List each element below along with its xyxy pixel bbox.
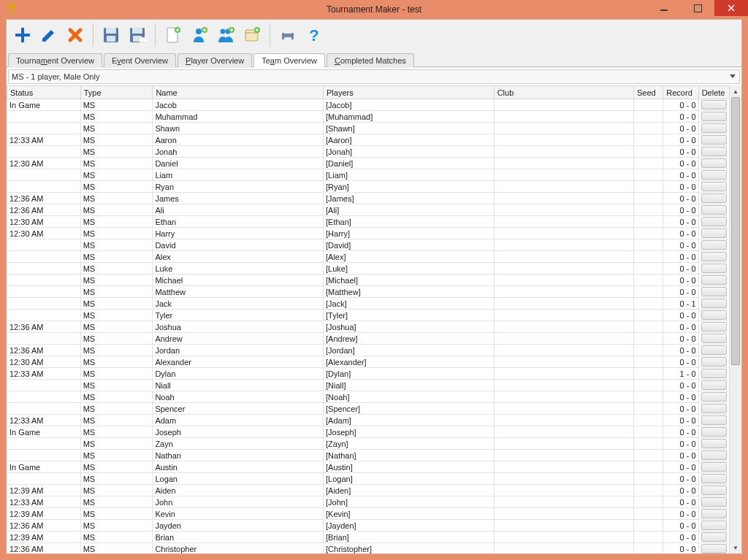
- table-row[interactable]: MSJack[Jack]0 - 1: [7, 298, 730, 310]
- delete-row-button[interactable]: [701, 474, 727, 483]
- delete-row-button[interactable]: [701, 100, 727, 110]
- delete-row-button[interactable]: [701, 334, 727, 343]
- table-row[interactable]: 12:30 AMMSDaniel[Daniel]0 - 0: [7, 158, 730, 169]
- table-row[interactable]: MSSpencer[Spencer]0 - 0: [7, 403, 730, 415]
- table-row[interactable]: MSLuke[Luke]0 - 0: [7, 263, 730, 275]
- delete-row-button[interactable]: [701, 275, 727, 285]
- table-row[interactable]: 12:33 AMMSDylan[Dylan]1 - 0: [7, 368, 730, 380]
- tab-event-overview[interactable]: Event Overview: [104, 53, 176, 67]
- print-button[interactable]: [276, 23, 299, 47]
- table-row[interactable]: 12:33 AMMSAdam[Adam]0 - 0: [7, 415, 730, 426]
- delete-row-button[interactable]: [701, 532, 727, 542]
- table-row[interactable]: MSRyan[Ryan]0 - 0: [7, 181, 730, 193]
- add-player-button[interactable]: [188, 23, 211, 47]
- table-row[interactable]: MSNiall[Niall]0 - 0: [7, 380, 730, 391]
- table-row[interactable]: 12:36 AMMSJordan[Jordan]0 - 0: [7, 345, 730, 356]
- delete-row-button[interactable]: [701, 205, 727, 215]
- tab-team-overview[interactable]: Team Overview: [253, 53, 325, 67]
- maximize-button[interactable]: [681, 0, 714, 16]
- table-row[interactable]: In GameMSJoseph[Joseph]0 - 0: [7, 426, 730, 438]
- table-row[interactable]: MSNoah[Noah]0 - 0: [7, 391, 730, 403]
- edit-button[interactable]: [37, 23, 61, 47]
- tab-player-overview[interactable]: Player Overview: [178, 53, 252, 67]
- table-row[interactable]: MSDavid[David]0 - 0: [7, 239, 730, 251]
- table-row[interactable]: 12:33 AMMSJohn[John]0 - 0: [7, 496, 730, 508]
- add-event-button[interactable]: [240, 23, 264, 47]
- col-delete[interactable]: Delete: [698, 86, 729, 99]
- col-name[interactable]: Name: [153, 86, 324, 99]
- delete-row-button[interactable]: [701, 264, 727, 273]
- delete-row-button[interactable]: [701, 439, 727, 448]
- delete-row-button[interactable]: [701, 450, 727, 460]
- tab-completed-matches[interactable]: Completed Matches: [327, 53, 414, 67]
- table-row[interactable]: MSJonah[Jonah]0 - 0: [7, 146, 730, 158]
- table-row[interactable]: MSLogan[Logan]0 - 0: [7, 473, 730, 485]
- delete-row-button[interactable]: [701, 392, 727, 402]
- close-button[interactable]: [714, 0, 748, 16]
- scroll-thumb[interactable]: [731, 97, 740, 365]
- tab-tournament-overview[interactable]: Tournament Overview: [8, 53, 102, 67]
- delete-row-button[interactable]: [701, 345, 727, 355]
- delete-row-button[interactable]: [701, 404, 727, 413]
- table-row[interactable]: In GameMSAustin[Austin]0 - 0: [7, 461, 730, 473]
- delete-row-button[interactable]: [701, 357, 727, 367]
- table-row[interactable]: MSLiam[Liam]0 - 0: [7, 169, 730, 181]
- delete-row-button[interactable]: [701, 182, 727, 191]
- delete-row-button[interactable]: [701, 112, 727, 121]
- delete-row-button[interactable]: [701, 252, 727, 261]
- col-record[interactable]: Record: [663, 86, 698, 99]
- event-filter-combo[interactable]: MS - 1 player, Male Only: [8, 69, 740, 84]
- table-row[interactable]: MSZayn[Zayn]0 - 0: [7, 438, 730, 450]
- table-row[interactable]: 12:33 AMMSAaron[Aaron]0 - 0: [7, 134, 730, 146]
- delete-row-button[interactable]: [701, 240, 727, 250]
- table-row[interactable]: 12:36 AMMSJayden[Jayden]0 - 0: [7, 520, 730, 532]
- table-row[interactable]: MSMichael[Michael]0 - 0: [7, 275, 730, 286]
- col-status[interactable]: Status: [7, 86, 81, 99]
- delete-row-button[interactable]: [701, 135, 727, 145]
- table-row[interactable]: 12:39 AMMSAiden[Aiden]0 - 0: [7, 485, 730, 496]
- delete-row-button[interactable]: [701, 427, 727, 437]
- table-row[interactable]: 12:30 AMMSHarry[Harry]0 - 0: [7, 228, 730, 239]
- scroll-down-button[interactable]: ▼: [730, 542, 741, 553]
- table-row[interactable]: 12:30 AMMSAlexander[Alexander]0 - 0: [7, 356, 730, 368]
- col-club[interactable]: Club: [494, 86, 633, 99]
- delete-row-button[interactable]: [701, 123, 727, 133]
- delete-row-button[interactable]: [701, 509, 727, 518]
- delete-row-button[interactable]: [701, 369, 727, 378]
- table-row[interactable]: 12:39 AMMSKevin[Kevin]0 - 0: [7, 508, 730, 520]
- table-row[interactable]: In GameMSJacob[Jacob]0 - 0: [7, 99, 730, 111]
- delete-row-button[interactable]: [701, 229, 727, 238]
- add-team-button[interactable]: [214, 23, 237, 47]
- col-type[interactable]: Type: [80, 86, 153, 99]
- delete-row-button[interactable]: [701, 486, 727, 495]
- delete-row-button[interactable]: [701, 380, 727, 390]
- titlebar[interactable]: Tournament Maker - test: [0, 0, 748, 19]
- save-button[interactable]: [99, 23, 123, 47]
- delete-row-button[interactable]: [701, 415, 727, 425]
- delete-row-button[interactable]: [701, 147, 727, 156]
- table-row[interactable]: MSMatthew[Matthew]0 - 0: [7, 286, 730, 298]
- table-row[interactable]: MSNathan[Nathan]0 - 0: [7, 450, 730, 461]
- delete-row-button[interactable]: [701, 544, 727, 553]
- add-button[interactable]: [11, 23, 34, 47]
- scroll-up-button[interactable]: ▲: [730, 85, 741, 97]
- table-row[interactable]: 12:36 AMMSChristopher[Christopher]0 - 0: [7, 543, 730, 554]
- table-row[interactable]: MSAndrew[Andrew]0 - 0: [7, 333, 730, 345]
- delete-row-button[interactable]: [701, 322, 727, 331]
- delete-row-button[interactable]: [701, 217, 727, 226]
- delete-row-button[interactable]: [701, 287, 727, 296]
- table-row[interactable]: MSMuhammad[Muhammad]0 - 0: [7, 111, 730, 123]
- help-button[interactable]: ?: [302, 23, 326, 47]
- delete-row-button[interactable]: [701, 158, 727, 168]
- table-row[interactable]: MSShawn[Shawn]0 - 0: [7, 123, 730, 134]
- vertical-scrollbar[interactable]: ▲ ▼: [729, 85, 741, 553]
- delete-row-button[interactable]: [701, 310, 727, 320]
- table-row[interactable]: MSTyler[Tyler]0 - 0: [7, 310, 730, 321]
- table-row[interactable]: 12:36 AMMSAli[Ali]0 - 0: [7, 204, 730, 216]
- delete-button[interactable]: [64, 23, 87, 47]
- col-seed[interactable]: Seed: [634, 86, 663, 99]
- col-players[interactable]: Players: [324, 86, 495, 99]
- save-as-button[interactable]: …: [126, 23, 149, 47]
- delete-row-button[interactable]: [701, 193, 727, 203]
- delete-row-button[interactable]: [701, 521, 727, 530]
